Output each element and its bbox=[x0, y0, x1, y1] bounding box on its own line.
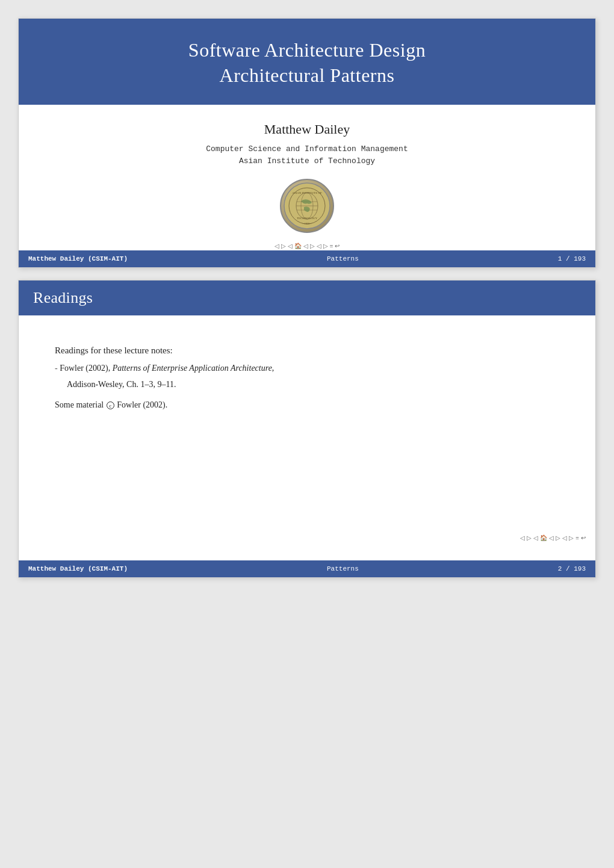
slide2-nav-2: ▷ bbox=[527, 535, 532, 541]
ait-logo: ASIAN INSTITUTE OF TECHNOLOGY • 1959 • bbox=[280, 179, 334, 233]
slide1-logo-block: ASIAN INSTITUTE OF TECHNOLOGY • 1959 • bbox=[280, 167, 334, 239]
nav-icon-curve: ↩ bbox=[335, 243, 340, 249]
slide2-nav-curve: ↩ bbox=[581, 535, 586, 541]
some-material-text: Some material c Fowler (2002). bbox=[55, 400, 559, 410]
slide-2: Readings Readings for these lecture note… bbox=[18, 280, 596, 578]
slide2-nav-6: ▷ bbox=[556, 535, 560, 541]
slide2-header: Readings bbox=[19, 281, 595, 315]
slide1-title-line2: Architectural Patterns bbox=[220, 64, 395, 86]
fowler-ref: Fowler (2002). bbox=[117, 400, 167, 409]
slide1-affiliation: Computer Science and Information Managem… bbox=[43, 143, 571, 167]
slide1-footer-left: Matthew Dailey (CSIM-AIT) bbox=[28, 255, 128, 262]
reading-item-1: - Fowler (2002), Patterns of Enterprise … bbox=[55, 362, 559, 374]
slide-1: Software Architecture Design Architectur… bbox=[18, 18, 596, 268]
slide2-footer-center: Patterns bbox=[327, 565, 359, 572]
some-material-label: Some material bbox=[55, 400, 104, 409]
slide2-footer-right: 2 / 193 bbox=[558, 565, 586, 572]
slide2-nav-7: ◁ bbox=[562, 535, 567, 541]
slide1-footer-right: 1 / 193 bbox=[558, 255, 586, 262]
slide1-title-block: Software Architecture Design Architectur… bbox=[19, 19, 595, 105]
svg-text:• 1959 •: • 1959 • bbox=[303, 222, 312, 225]
slide1-nav-row: ◁ ▷ ◁ 🏠 ◁ ▷ ◁ ▷ ≡ ↩ bbox=[265, 239, 350, 250]
slide2-nav-4: 🏠 bbox=[540, 535, 547, 541]
slide2-header-title: Readings bbox=[33, 289, 93, 306]
slide1-title-line1: Software Architecture Design bbox=[188, 39, 426, 61]
nav-icon-6: ▷ bbox=[310, 243, 315, 249]
slide1-affiliation-line1: Computer Science and Information Managem… bbox=[206, 144, 408, 153]
svg-text:ASIAN INSTITUTE OF: ASIAN INSTITUTE OF bbox=[292, 191, 322, 194]
slide1-footer: Matthew Dailey (CSIM-AIT) Patterns 1 / 1… bbox=[19, 250, 595, 267]
slide2-nav-3: ◁ bbox=[533, 535, 538, 541]
slide2-nav-eq: ≡ bbox=[575, 535, 579, 541]
slide1-affiliation-line2: Asian Institute of Technology bbox=[239, 157, 375, 166]
book-title: Patterns of Enterprise Application Archi… bbox=[113, 364, 272, 373]
slide1-body: Software Architecture Design Architectur… bbox=[19, 19, 595, 250]
nav-icon-eq: ≡ bbox=[330, 243, 333, 249]
copyright-symbol: c bbox=[107, 401, 114, 409]
slide1-author-block: Matthew Dailey Computer Science and Info… bbox=[19, 105, 595, 167]
slide1-footer-center: Patterns bbox=[327, 255, 359, 262]
slide2-nav-8: ▷ bbox=[569, 535, 574, 541]
nav-icon-8: ▷ bbox=[323, 243, 328, 249]
reading-item-1-cont: Addison-Wesley, Ch. 1–3, 9–11. bbox=[55, 378, 559, 391]
ait-logo-svg: ASIAN INSTITUTE OF TECHNOLOGY • 1959 • bbox=[283, 182, 331, 230]
nav-icon-4: 🏠 bbox=[294, 243, 302, 249]
nav-icon-1: ◁ bbox=[274, 243, 279, 249]
slide2-content: Readings for these lecture notes: - Fowl… bbox=[19, 315, 595, 532]
slide2-footer: Matthew Dailey (CSIM-AIT) Patterns 2 / 1… bbox=[19, 560, 595, 577]
nav-icon-5: ◁ bbox=[303, 243, 308, 249]
reading-cont: Addison-Wesley, Ch. 1–3, 9–11. bbox=[67, 380, 176, 389]
bullet-icon: - bbox=[55, 364, 60, 373]
slide1-author: Matthew Dailey bbox=[43, 122, 571, 137]
nav-icon-3: ◁ bbox=[288, 243, 293, 249]
slide2-nav-row: ◁ ▷ ◁ 🏠 ◁ ▷ ◁ ▷ ≡ ↩ bbox=[19, 532, 595, 542]
slide1-title: Software Architecture Design Architectur… bbox=[43, 38, 571, 88]
nav-icon-7: ◁ bbox=[317, 243, 321, 249]
slide2-nav-1: ◁ bbox=[520, 535, 525, 541]
slide2-footer-left: Matthew Dailey (CSIM-AIT) bbox=[28, 565, 128, 572]
nav-icon-2: ▷ bbox=[281, 243, 286, 249]
slide2-nav-5: ◁ bbox=[549, 535, 554, 541]
readings-intro: Readings for these lecture notes: bbox=[55, 346, 559, 356]
